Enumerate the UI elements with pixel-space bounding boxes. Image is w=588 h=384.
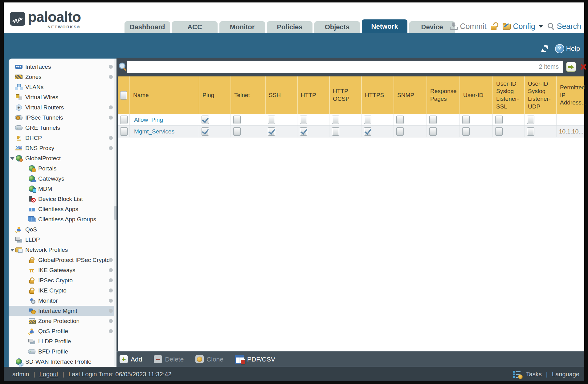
sidebar-scrollbar[interactable]	[114, 59, 116, 367]
sidebar-item-portals[interactable]: Portals	[9, 163, 116, 174]
profile-name-link[interactable]: Allow_Ping	[130, 116, 163, 123]
language-button[interactable]: Language	[552, 371, 579, 378]
sidebar-item-label: IKE Crypto	[38, 287, 67, 294]
user-id-cell	[459, 126, 492, 137]
interface-mgmt-icon	[28, 308, 36, 314]
tab-acc[interactable]: ACC	[172, 21, 218, 33]
sidebar-item-device-block-list[interactable]: Device Block List	[9, 194, 116, 204]
sidebar-scrollbar-thumb[interactable]	[114, 206, 116, 220]
tab-dashboard[interactable]: Dashboard	[125, 21, 170, 33]
tasks-button[interactable]: Tasks	[526, 371, 542, 378]
sidebar-item-bfd-profile[interactable]: BFD Profile	[9, 346, 116, 357]
toolbar-label: Delete	[165, 356, 184, 363]
tab-objects[interactable]: Objects	[314, 21, 360, 33]
clear-filter-button[interactable]	[579, 63, 587, 71]
config-icon	[503, 23, 511, 30]
sidebar-item-label: Clientless App Groups	[38, 216, 96, 223]
sidebar-item-monitor[interactable]: Monitor	[9, 296, 116, 306]
sidebar-item-lldp-profile[interactable]: LLDP Profile	[9, 336, 116, 346]
sidebar-item-ike-crypto[interactable]: IKE Crypto	[9, 285, 116, 296]
tab-policies[interactable]: Policies	[267, 21, 312, 33]
sidebar-item-ipsec-crypto[interactable]: IPSec Crypto	[9, 275, 116, 285]
sidebar-item-dns-proxy[interactable]: DNS Proxy	[9, 143, 116, 153]
app-window: paloalto NETWORKS® DashboardACCMonitorPo…	[0, 0, 588, 384]
global-search-button[interactable]: Search	[548, 22, 581, 31]
sidebar-item-clientless-app-groups[interactable]: Clientless App Groups	[9, 214, 116, 224]
config-menu[interactable]: Config	[503, 22, 543, 31]
http-checkbox	[300, 127, 307, 136]
column-header-ping[interactable]: Ping	[199, 76, 231, 114]
user-id-checkbox	[462, 116, 470, 124]
filter-input[interactable]	[127, 61, 563, 73]
sidebar-item-label: IKE Gateways	[38, 267, 75, 274]
qos-profile-icon	[28, 328, 36, 335]
column-header-http-ocsp[interactable]: HTTP OCSP	[329, 76, 361, 114]
snmp-cell	[394, 126, 427, 137]
sidebar-item-lldp[interactable]: LLDP	[9, 235, 116, 245]
delete-button[interactable]: −Delete	[154, 355, 184, 363]
response-pages-checkbox	[429, 127, 437, 136]
column-header-telnet[interactable]: Telnet	[231, 76, 265, 114]
select-all-checkbox[interactable]	[120, 91, 127, 100]
sidebar-item-dhcp[interactable]: DHCP	[9, 133, 116, 143]
response-pages-cell	[427, 126, 459, 137]
unlock-icon[interactable]	[491, 22, 498, 30]
column-header-http[interactable]: HTTP	[297, 76, 329, 114]
sidebar-item-clientless-apps[interactable]: Clientless Apps	[9, 204, 116, 214]
user-id-syslog-listener-udp-cell	[524, 126, 556, 137]
pdf-csv-button[interactable]: PDF/CSV	[235, 355, 275, 364]
sidebar-item-sd-wan-interface-profile[interactable]: SD-WAN Interface Profile	[9, 357, 116, 367]
item-status-dot	[109, 329, 113, 333]
tab-monitor[interactable]: Monitor	[219, 21, 265, 33]
sidebar-item-ike-gateways[interactable]: IKE Gateways	[9, 265, 116, 275]
sidebar-item-vlans[interactable]: VLANs	[9, 82, 116, 92]
column-header-name[interactable]: Name	[129, 76, 199, 114]
sidebar-item-gre-tunnels[interactable]: GRE Tunnels	[9, 123, 116, 133]
sidebar-item-network-profiles[interactable]: Network Profiles	[9, 245, 116, 255]
tab-device[interactable]: Device	[409, 21, 455, 33]
row-select-checkbox[interactable]	[120, 116, 128, 124]
clone-button[interactable]: Clone	[195, 355, 223, 363]
monitor-icon	[28, 297, 36, 304]
sidebar-item-ipsec-tunnels[interactable]: IPSec Tunnels	[9, 112, 116, 123]
row-select-checkbox[interactable]	[120, 127, 128, 136]
sidebar-item-gateways[interactable]: Gateways	[9, 174, 116, 184]
sidebar-item-qos[interactable]: QoS	[9, 224, 116, 235]
sidebar-item-virtual-routers[interactable]: Virtual Routers	[9, 102, 116, 112]
name-cell: Allow_Ping	[129, 114, 199, 125]
add-button[interactable]: +Add	[120, 355, 142, 363]
sidebar-item-globalprotect[interactable]: GlobalProtect	[9, 153, 116, 163]
sidebar-item-qos-profile[interactable]: QoS Profile	[9, 326, 116, 336]
sidebar-item-virtual-wires[interactable]: Virtual Wires	[9, 92, 116, 102]
help-button[interactable]: ? Help	[555, 44, 580, 53]
sidebar-item-interfaces[interactable]: Interfaces	[9, 62, 116, 72]
column-header-snmp[interactable]: SNMP	[394, 76, 427, 114]
item-status-dot	[109, 146, 113, 150]
user-id-syslog-listener-ssl-cell	[492, 114, 524, 125]
snmp-checkbox	[396, 127, 404, 136]
refresh-icon[interactable]	[540, 45, 549, 53]
tree-expand-icon[interactable]	[10, 249, 14, 251]
tree-expand-icon[interactable]	[10, 157, 14, 160]
apply-filter-button[interactable]	[566, 62, 576, 72]
column-header-user-id[interactable]: User-ID	[459, 76, 492, 114]
column-header-user-id-syslog-listener-ssl[interactable]: User-ID Syslog Listener-SSL	[492, 76, 524, 114]
column-header-ssh[interactable]: SSH	[265, 76, 297, 114]
sidebar-item-zones[interactable]: Zones	[9, 72, 116, 82]
column-header-response-pages[interactable]: Response Pages	[427, 76, 459, 114]
column-header-user-id-syslog-listener-udp[interactable]: User-ID Syslog Listener-UDP	[524, 76, 556, 114]
profile-name-link[interactable]: Mgmt_Services	[130, 128, 174, 135]
network-tree-sidebar: InterfacesZonesVLANsVirtual WiresVirtual…	[9, 59, 116, 367]
sidebar-item-interface-mgmt[interactable]: Interface Mgmt	[9, 306, 116, 316]
sidebar-item-zone-protection[interactable]: Zone Protection	[9, 316, 116, 326]
logout-link[interactable]: Logout	[39, 371, 58, 378]
item-status-dot	[109, 258, 113, 262]
telnet-cell	[231, 114, 265, 125]
sidebar-item-globalprotect-ipsec-crypto[interactable]: GlobalProtect IPSec Crypto	[9, 255, 116, 265]
globalprotect-icon	[15, 155, 23, 162]
column-header-https[interactable]: HTTPS	[361, 76, 394, 114]
tab-network[interactable]: Network	[362, 19, 407, 33]
column-header-permitted-ip-address[interactable]: Permitted IP Address...	[556, 76, 584, 114]
commit-button[interactable]: Commit	[450, 22, 486, 31]
sidebar-item-mdm[interactable]: MDM	[9, 184, 116, 194]
